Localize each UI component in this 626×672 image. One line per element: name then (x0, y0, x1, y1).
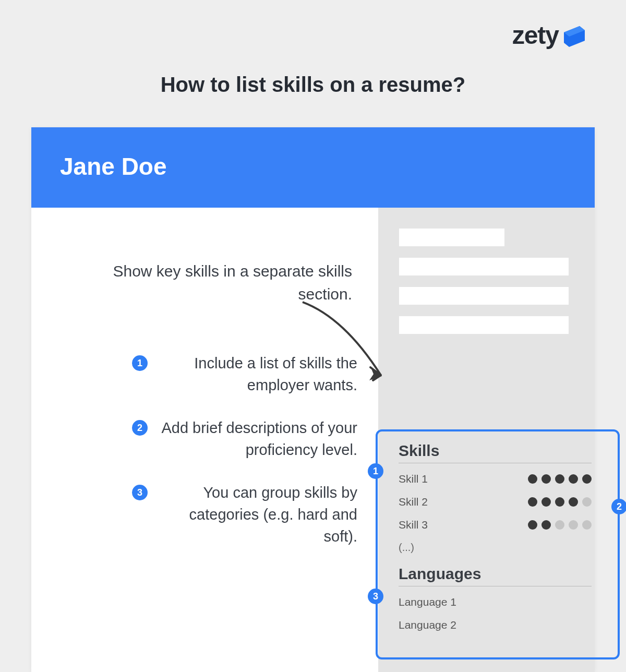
dot-icon (582, 474, 592, 484)
skill-row: Skill 2 (399, 496, 592, 508)
dot-icon (555, 497, 564, 507)
placeholder-bar (399, 316, 569, 334)
callout-badge: 2 (611, 499, 626, 514)
resume-name: Jane Doe (60, 152, 566, 181)
tip-text: You can group skills by categories (e.g.… (159, 482, 357, 547)
dot-icon (541, 497, 551, 507)
dot-icon (528, 520, 537, 530)
dot-icon (569, 520, 578, 530)
dot-icon (569, 474, 578, 484)
placeholder-bar (399, 229, 504, 246)
tip-item: 2 Add brief descriptions of your profici… (63, 417, 357, 461)
dot-icon (555, 474, 564, 484)
tips-column: Show key skills in a separate skills sec… (31, 208, 378, 672)
placeholder-bar (399, 287, 569, 305)
skill-name: Skill 2 (399, 496, 428, 508)
dot-icon (541, 520, 551, 530)
ellipsis-text: (...) (399, 542, 592, 554)
page-title: How to list skills on a resume? (0, 73, 626, 97)
skill-row: Skill 3 (399, 519, 592, 531)
skills-heading: Skills (399, 442, 592, 463)
tip-number-badge: 1 (132, 355, 148, 371)
resume-header: Jane Doe (31, 127, 595, 208)
tip-item: 3 You can group skills by categories (e.… (63, 482, 357, 547)
logo-mark-icon (562, 23, 587, 48)
language-row: Language 2 (399, 619, 592, 631)
dot-icon (541, 474, 551, 484)
logo-text: zety (512, 21, 559, 50)
tips-list: 1 Include a list of skills the employer … (63, 352, 357, 547)
proficiency-dots (528, 474, 592, 484)
tip-text: Include a list of skills the employer wa… (159, 352, 357, 396)
skill-name: Skill 1 (399, 473, 428, 485)
proficiency-dots (528, 497, 592, 507)
resume-preview: Jane Doe Show key skills in a separate s… (31, 127, 595, 672)
dot-icon (582, 497, 592, 507)
languages-heading: Languages (399, 565, 592, 586)
intro-text: Show key skills in a separate skills sec… (63, 260, 357, 305)
resume-sidebar: 1 2 3 Skills Skill 1Skill 2Skill 3 (...)… (378, 208, 595, 672)
brand-logo: zety (512, 21, 587, 50)
callout-badge: 3 (368, 589, 383, 604)
dot-icon (569, 497, 578, 507)
dot-icon (528, 497, 537, 507)
placeholder-bar (399, 258, 569, 275)
dot-icon (528, 474, 537, 484)
tip-number-badge: 2 (132, 420, 148, 436)
skills-highlight-box: Skills Skill 1Skill 2Skill 3 (...) Langu… (376, 429, 620, 659)
proficiency-dots (528, 520, 592, 530)
dot-icon (555, 520, 564, 530)
dot-icon (582, 520, 592, 530)
callout-badge: 1 (368, 463, 383, 479)
tip-number-badge: 3 (132, 485, 148, 500)
tip-item: 1 Include a list of skills the employer … (63, 352, 357, 396)
resume-body: Show key skills in a separate skills sec… (31, 208, 595, 672)
skill-row: Skill 1 (399, 473, 592, 485)
tip-text: Add brief descriptions of your proficien… (159, 417, 357, 461)
skill-name: Skill 3 (399, 519, 428, 531)
language-row: Language 1 (399, 596, 592, 608)
